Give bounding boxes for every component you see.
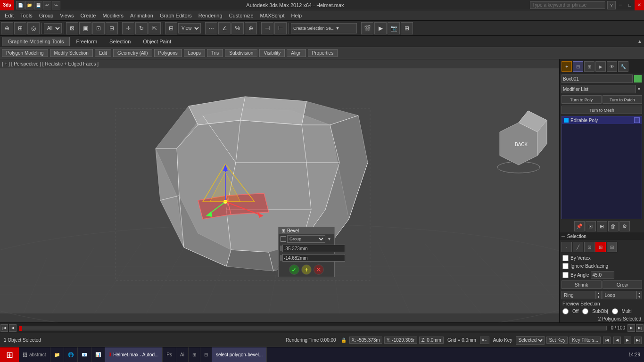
lock-icon[interactable]: 🔒	[340, 337, 347, 344]
rotate-btn[interactable]: ↻	[135, 22, 148, 34]
taskbar-app4[interactable]: 📊	[91, 347, 105, 362]
loop-input[interactable]: Loop	[603, 291, 637, 299]
render-frame-btn[interactable]: 📷	[388, 22, 400, 34]
bevel-dropdown-arrow[interactable]: ▼	[326, 237, 332, 241]
spinner-snap-btn[interactable]: ⊕	[245, 22, 257, 34]
select-region2-btn[interactable]: ▣	[79, 22, 91, 34]
bevel-height-input[interactable]	[282, 245, 345, 252]
bevel-outline-input[interactable]	[282, 254, 345, 262]
shrink-button[interactable]: Shrink	[561, 280, 602, 289]
by-vertex-checkbox[interactable]	[562, 255, 569, 261]
bevel-type-select[interactable]: Group	[287, 235, 325, 243]
edge-mode-icon[interactable]: ╱	[573, 242, 583, 252]
modifier-editable-poly[interactable]: Editable Poly	[562, 116, 642, 124]
ribbon-modify-selection[interactable]: Modify Selection	[50, 49, 93, 57]
taskbar-bevel[interactable]: select polygon-bevel...	[212, 347, 267, 362]
taskbar-app8[interactable]: ⊟	[200, 347, 212, 362]
loop-spinner[interactable]: ▲ ▼	[636, 291, 642, 299]
ribbon-polygon-modeling[interactable]: Polygon Modeling	[2, 49, 48, 57]
taskbar-browser[interactable]: 🌐	[64, 347, 78, 362]
display-panel-icon[interactable]: 👁	[607, 61, 617, 72]
bevel-ok-button[interactable]: ✓	[289, 264, 299, 275]
menu-maxscript[interactable]: MAXScript	[257, 12, 288, 19]
bevel-add-button[interactable]: +	[301, 264, 312, 275]
selection-dropdown[interactable]: Selected	[516, 336, 545, 345]
maximize-btn[interactable]: □	[625, 0, 635, 10]
help-btn[interactable]: ?	[607, 1, 616, 9]
ribbon-visibility[interactable]: Visibility	[259, 49, 285, 57]
ribbon-properties[interactable]: Properties	[308, 49, 338, 57]
ribbon-toggle[interactable]: ▲	[637, 39, 642, 44]
transport-next-btn[interactable]: ▶|	[634, 337, 642, 344]
search-input[interactable]	[530, 1, 605, 9]
menu-group[interactable]: Group	[36, 12, 57, 19]
paint-select-btn[interactable]: ⊡	[92, 22, 105, 34]
timeline-track[interactable]	[19, 326, 607, 330]
preview-off-radio[interactable]	[562, 308, 569, 314]
key-icon[interactable]: 🗝	[480, 337, 489, 344]
select-btn[interactable]: ⊠	[66, 22, 78, 34]
open-btn[interactable]: 📁	[25, 1, 33, 9]
grow-button[interactable]: Grow	[603, 280, 643, 289]
ribbon-tab-selection[interactable]: Selection	[103, 37, 137, 46]
filter-select[interactable]: All	[44, 23, 62, 33]
menu-modifiers[interactable]: Modifiers	[99, 12, 126, 19]
render-btn[interactable]: ▶	[374, 22, 387, 34]
ref-coord-btn[interactable]: ⊟	[165, 22, 177, 34]
remove-modifier-btn[interactable]: 🗑	[608, 221, 619, 231]
taskbar-abstract[interactable]: 🖼 abstract	[19, 347, 50, 362]
select-filter-btn[interactable]: ⊟	[106, 22, 118, 34]
render-region-btn[interactable]: ⊞	[401, 22, 413, 34]
configure-modifier-btn[interactable]: ⚙	[619, 221, 630, 231]
start-button[interactable]: ⊞	[0, 347, 19, 362]
timeline-start-btn[interactable]: |◀	[0, 324, 8, 332]
close-btn[interactable]: ✕	[635, 0, 644, 10]
object-name-input[interactable]	[561, 74, 633, 83]
menu-rendering[interactable]: Rendering	[196, 12, 225, 19]
create-panel-icon[interactable]: ✦	[561, 61, 572, 72]
modifier-color-box[interactable]	[634, 117, 640, 123]
scale-btn[interactable]: ⇱	[149, 22, 161, 34]
view-select[interactable]: View	[178, 23, 201, 33]
taskbar-ps[interactable]: Ps	[163, 347, 176, 362]
percent-snap-btn[interactable]: %	[231, 22, 244, 34]
ribbon-edit[interactable]: Edit	[95, 49, 111, 57]
bevel-cancel-button[interactable]: ✕	[314, 264, 324, 275]
viewport-3d[interactable]: [ + ] [ Perspective ] [ Realistic + Edge…	[0, 59, 559, 322]
show-result-btn[interactable]: ⊡	[586, 221, 596, 231]
ribbon-tab-object-paint[interactable]: Object Paint	[137, 37, 177, 46]
bevel-height-check[interactable]	[281, 246, 281, 251]
angle-value-input[interactable]	[591, 271, 614, 279]
minimize-btn[interactable]: ─	[616, 0, 625, 10]
taskbar-app3[interactable]: 📧	[78, 347, 91, 362]
redo-btn[interactable]: ↪	[52, 1, 60, 9]
ring-spinner[interactable]: ▲ ▼	[596, 291, 602, 299]
align-btn[interactable]: ⊢	[274, 22, 287, 34]
polygon-mode-icon[interactable]: ⊞	[595, 242, 606, 252]
turn-to-poly-btn[interactable]: Turn to Poly	[561, 95, 602, 104]
ignore-backfacing-checkbox[interactable]	[562, 263, 569, 269]
key-filters-btn[interactable]: Key Filters...	[570, 337, 601, 344]
timeline-prev-btn[interactable]: ◀	[9, 324, 17, 332]
move-btn[interactable]: ✛	[122, 22, 134, 34]
utilities-panel-icon[interactable]: 🔧	[618, 61, 628, 72]
ribbon-subdivision[interactable]: Subdivision	[225, 49, 257, 57]
selection-header[interactable]: ─ Selection	[560, 232, 644, 240]
menu-graph-editors[interactable]: Graph Editors	[157, 12, 195, 19]
make-unique-btn[interactable]: ⊞	[597, 221, 607, 231]
menu-views[interactable]: Views	[57, 12, 76, 19]
new-btn[interactable]: 📄	[16, 1, 25, 9]
object-color-swatch[interactable]	[634, 74, 642, 83]
snap-btn[interactable]: ⋯	[205, 22, 217, 34]
menu-tools[interactable]: Tools	[17, 12, 35, 19]
pin-stack-btn[interactable]: 📌	[574, 221, 585, 231]
ring-up-arrow[interactable]: ▲	[596, 291, 601, 295]
ring-input[interactable]: Ring	[561, 291, 596, 299]
ribbon-align[interactable]: Align	[287, 49, 305, 57]
select-lasso-btn[interactable]: ◎	[27, 22, 40, 34]
save-btn[interactable]: 💾	[34, 1, 42, 9]
preview-multi-radio[interactable]	[612, 308, 618, 314]
mirror-btn[interactable]: ⊣	[261, 22, 273, 34]
create-selection-set[interactable]: Create Selection Se... ▼	[291, 23, 357, 33]
transport-play-btn[interactable]: ▶	[624, 337, 631, 344]
